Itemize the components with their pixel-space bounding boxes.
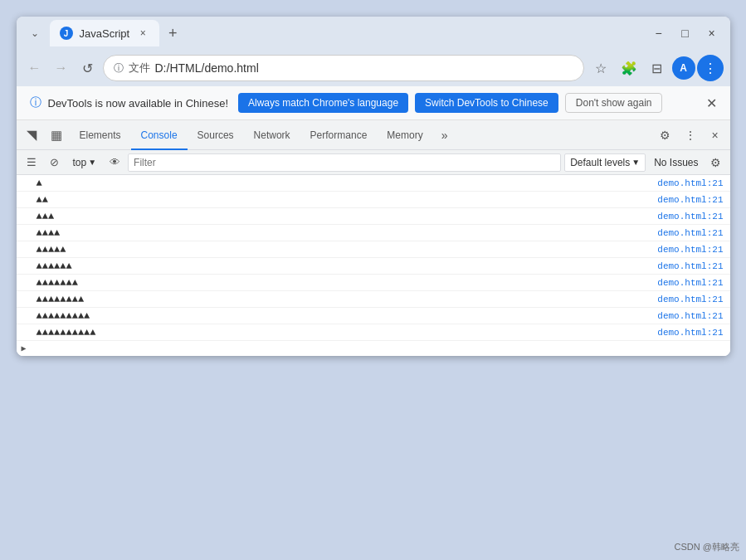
row-content-0: ▲ [33, 178, 658, 189]
default-levels-label: Default levels [570, 157, 630, 168]
row-link-0[interactable]: demo.html:21 [657, 178, 729, 188]
devtools-info-bar: ⓘ DevTools is now available in Chinese! … [17, 86, 730, 120]
console-row: ▲▲▲▲▲▲▲▲ demo.html:21 [17, 291, 730, 308]
info-icon: ⓘ [30, 95, 41, 110]
profile-button[interactable]: A [672, 56, 695, 80]
console-row: ▲▲▲ demo.html:21 [17, 208, 730, 225]
console-row: ▲▲▲▲▲▲▲▲▲ demo.html:21 [17, 308, 730, 324]
address-prefix: 文件 [129, 61, 150, 75]
row-content-5: ▲▲▲▲▲▲ [33, 261, 658, 272]
devtools-close-button[interactable]: × [704, 124, 727, 147]
row-link-6[interactable]: demo.html:21 [657, 278, 729, 288]
row-link-2[interactable]: demo.html:21 [657, 212, 729, 222]
console-row: ▲▲▲▲▲▲ demo.html:21 [17, 258, 730, 275]
tab-close-button[interactable]: × [136, 27, 149, 40]
title-bar: ⌄ J JavaScript × + − □ × [17, 17, 730, 50]
tab-performance[interactable]: Performance [300, 120, 378, 150]
sidebar-button[interactable]: ⊟ [644, 55, 670, 81]
devtools-settings-button[interactable]: ⚙ [654, 124, 677, 147]
row-content-7: ▲▲▲▲▲▲▲▲ [33, 294, 658, 305]
console-row: ▲▲▲▲ demo.html:21 [17, 225, 730, 241]
devtools-toolbar: ◥ ▦ Elements Console Sources Network Per… [17, 120, 730, 150]
console-filter-input[interactable] [128, 153, 561, 172]
address-bar[interactable]: ⓘ 文件 D:/HTML/demo.html [103, 55, 584, 81]
tab-area: J JavaScript × + [50, 20, 644, 46]
browser-window: ⌄ J JavaScript × + − □ × ← → ↺ ⓘ 文件 D:/H… [17, 17, 730, 356]
default-levels-button[interactable]: Default levels ▼ [564, 153, 646, 172]
element-picker-button[interactable]: ◥ [20, 124, 43, 147]
nav-bar: ← → ↺ ⓘ 文件 D:/HTML/demo.html ☆ 🧩 ⊟ A ⋮ [17, 50, 730, 86]
console-context-selector[interactable]: top ▼ [68, 153, 102, 172]
console-row: ▲▲ demo.html:21 [17, 192, 730, 208]
nav-right-buttons: ☆ 🧩 ⊟ A ⋮ [588, 55, 724, 81]
console-eye-button[interactable]: 👁 [105, 153, 124, 173]
console-row: ▲▲▲▲▲▲▲▲▲▲ demo.html:21 [17, 324, 730, 341]
row-link-5[interactable]: demo.html:21 [657, 261, 729, 271]
tab-sources[interactable]: Sources [188, 120, 244, 150]
console-row: ▲ demo.html:21 [17, 175, 730, 192]
row-content-3: ▲▲▲▲ [33, 227, 658, 239]
bookmark-button[interactable]: ☆ [588, 55, 614, 81]
forward-button[interactable]: → [50, 56, 73, 80]
row-content-1: ▲▲ [33, 194, 658, 206]
tab-console[interactable]: Console [131, 120, 188, 150]
row-link-4[interactable]: demo.html:21 [657, 245, 729, 255]
tab-memory[interactable]: Memory [377, 120, 432, 150]
row-content-6: ▲▲▲▲▲▲▲ [33, 277, 658, 289]
console-gear-button[interactable]: ⚙ [707, 153, 725, 172]
console-sidebar-button[interactable]: ☰ [22, 153, 41, 173]
row-link-8[interactable]: demo.html:21 [657, 311, 729, 321]
tab-list-button[interactable]: ⌄ [23, 22, 46, 45]
watermark: CSDN @韩略亮 [675, 541, 739, 553]
context-label: top [73, 157, 87, 168]
no-issues-badge: No Issues [649, 157, 703, 168]
info-close-button[interactable]: ✕ [702, 93, 722, 113]
address-text: D:/HTML/demo.html [155, 61, 573, 75]
always-match-button[interactable]: Always match Chrome's language [238, 93, 408, 113]
row-link-9[interactable]: demo.html:21 [657, 328, 729, 338]
context-dropdown-icon: ▼ [88, 158, 96, 167]
extensions-button[interactable]: 🧩 [616, 55, 642, 81]
console-row: ▲▲▲▲▲ demo.html:21 [17, 241, 730, 258]
console-row: ▲▲▲▲▲▲▲ demo.html:21 [17, 275, 730, 291]
dont-show-button[interactable]: Don't show again [565, 93, 663, 113]
row-link-3[interactable]: demo.html:21 [657, 228, 729, 238]
new-tab-button[interactable]: + [161, 22, 184, 45]
devtools-more-button[interactable]: ⋮ [679, 124, 702, 147]
levels-dropdown-icon: ▼ [631, 158, 640, 167]
title-bar-controls: − □ × [647, 22, 724, 45]
title-bar-left: ⌄ [23, 22, 46, 45]
devtools-panel: ◥ ▦ Elements Console Sources Network Per… [17, 120, 730, 356]
console-expand-row[interactable]: ▶ [17, 341, 730, 356]
tab-favicon: J [60, 27, 73, 40]
row-content-9: ▲▲▲▲▲▲▲▲▲▲ [33, 327, 658, 338]
browser-tab[interactable]: J JavaScript × [50, 20, 160, 46]
maximize-button[interactable]: □ [674, 22, 697, 45]
more-tabs-button[interactable]: » [433, 124, 456, 147]
row-content-2: ▲▲▲ [33, 211, 658, 222]
refresh-button[interactable]: ↺ [76, 56, 100, 80]
tab-elements[interactable]: Elements [70, 120, 131, 150]
device-toolbar-button[interactable]: ▦ [45, 124, 68, 147]
expand-arrow-icon: ▶ [22, 343, 27, 353]
devtools-tabs: Elements Console Sources Network Perform… [70, 120, 652, 150]
close-button[interactable]: × [700, 22, 724, 45]
tab-network[interactable]: Network [244, 120, 300, 150]
row-link-1[interactable]: demo.html:21 [657, 195, 729, 205]
devtools-toolbar-right: ⚙ ⋮ × [654, 124, 727, 147]
row-content-8: ▲▲▲▲▲▲▲▲▲ [33, 310, 658, 322]
row-link-7[interactable]: demo.html:21 [657, 295, 729, 304]
devtools-info-buttons: Always match Chrome's language Switch De… [238, 93, 662, 113]
console-output: ▲ demo.html:21 ▲▲ demo.html:21 ▲▲▲ demo.… [17, 175, 730, 356]
devtools-info-text: DevTools is now available in Chinese! [48, 97, 229, 110]
minimize-button[interactable]: − [647, 22, 670, 45]
lock-icon: ⓘ [114, 61, 124, 75]
console-toolbar: ☰ ⊘ top ▼ 👁 Default levels ▼ No Issues ⚙ [17, 150, 730, 175]
tab-label: JavaScript [80, 27, 130, 40]
menu-button[interactable]: ⋮ [697, 55, 724, 81]
back-button[interactable]: ← [23, 56, 46, 80]
switch-chinese-button[interactable]: Switch DevTools to Chinese [415, 93, 558, 113]
row-content-4: ▲▲▲▲▲ [33, 244, 658, 256]
console-clear-button[interactable]: ⊘ [45, 153, 65, 173]
